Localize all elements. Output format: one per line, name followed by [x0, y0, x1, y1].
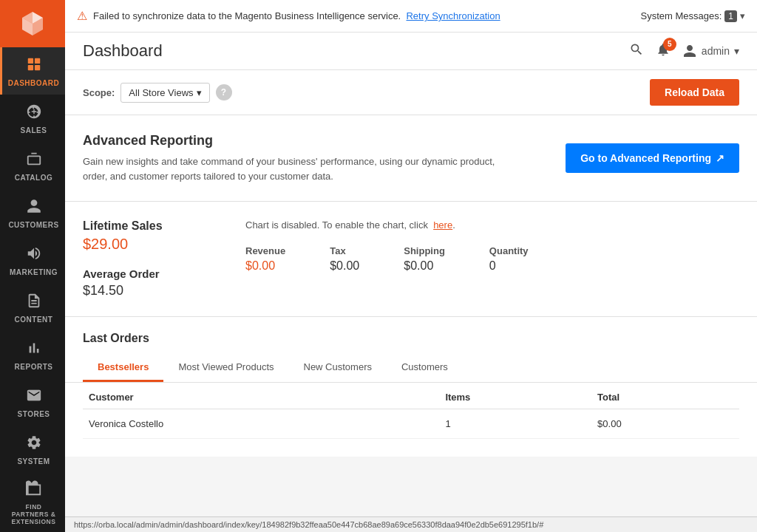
reload-data-button[interactable]: Reload Data	[650, 79, 739, 106]
user-chevron-icon: ▾	[734, 45, 739, 57]
notification-count: 5	[663, 38, 676, 51]
page-header: Dashboard 5 admin ▾	[65, 33, 757, 70]
orders-table: Customer Items Total Veronica Costello 1…	[83, 383, 739, 439]
col-total: Total	[591, 383, 739, 409]
warning-icon: ⚠	[77, 9, 87, 23]
svg-rect-7	[27, 65, 33, 70]
extensions-icon	[26, 480, 42, 500]
sidebar-item-catalog[interactable]: CATALOG	[0, 142, 65, 189]
svg-rect-8	[34, 65, 39, 70]
sidebar-item-label-sales: SALES	[21, 126, 47, 134]
order-customer: Veronica Costello	[83, 409, 439, 439]
sidebar-item-content[interactable]: CONTENT	[0, 284, 65, 331]
svg-rect-5	[27, 58, 33, 64]
sidebar-item-reports[interactable]: REPORTS	[0, 331, 65, 378]
sidebar: DASHBOARD SALES CATALOG CUSTOMERS MARKET…	[0, 0, 65, 532]
system-messages: System Messages: 1 ▾	[640, 10, 745, 22]
stats-right: Chart is disabled. To enable the chart, …	[245, 219, 739, 299]
last-orders-title: Last Orders	[65, 317, 757, 354]
average-order-value: $14.50	[83, 283, 216, 299]
sidebar-item-label-dashboard: DASHBOARD	[8, 79, 60, 87]
table-row: Veronica Costello 1 $0.00	[83, 409, 739, 439]
user-menu[interactable]: admin ▾	[682, 44, 739, 58]
revenue-quantity: Quantity 0	[489, 245, 529, 273]
revenue-tax: Tax $0.00	[330, 245, 359, 273]
revenue-revenue: Revenue $0.00	[245, 245, 285, 273]
status-url: https://orba.local/admin/admin/dashboard…	[74, 520, 543, 529]
advanced-reporting-description: Gain new insights and take command of yo…	[83, 154, 497, 183]
catalog-icon	[26, 151, 42, 171]
order-total: $0.00	[591, 409, 739, 439]
advanced-reporting-button-label: Go to Advanced Reporting	[580, 152, 711, 164]
reports-icon	[26, 340, 42, 360]
order-items: 1	[439, 409, 591, 439]
lifetime-sales-label: Lifetime Sales	[83, 219, 216, 233]
notifications-bell[interactable]: 5	[656, 42, 671, 61]
average-order-label: Average Order	[83, 267, 216, 280]
scope-bar: Scope: All Store Views ▾ ? Reload Data	[65, 70, 757, 115]
system-messages-chevron[interactable]: ▾	[740, 10, 745, 21]
header-actions: 5 admin ▾	[629, 42, 739, 61]
sidebar-item-stores[interactable]: STORES	[0, 378, 65, 426]
sidebar-item-label-content: CONTENT	[15, 316, 53, 324]
tab-new-customers[interactable]: New Customers	[289, 354, 387, 382]
status-bar: https://orba.local/admin/admin/dashboard…	[65, 516, 757, 532]
tab-most-viewed[interactable]: Most Viewed Products	[163, 354, 288, 382]
revenue-row: Revenue $0.00 Tax $0.00 Shipping $0.00 Q…	[245, 245, 739, 273]
sidebar-item-label-customers: CUSTOMERS	[8, 221, 58, 229]
page-content: Scope: All Store Views ▾ ? Reload Data A…	[65, 70, 757, 532]
scope-left: Scope: All Store Views ▾ ?	[83, 83, 232, 103]
content-icon	[26, 293, 42, 313]
main-area: ⚠ Failed to synchronize data to the Mage…	[65, 0, 757, 532]
sidebar-item-customers[interactable]: CUSTOMERS	[0, 189, 65, 236]
revenue-shipping: Shipping $0.00	[404, 245, 445, 273]
last-orders-section: Last Orders Bestsellers Most Viewed Prod…	[65, 317, 757, 457]
stats-section: Lifetime Sales $29.00 Average Order $14.…	[65, 202, 757, 317]
chart-enable-link[interactable]: here	[433, 219, 452, 231]
notification-bar: ⚠ Failed to synchronize data to the Mage…	[65, 0, 757, 33]
col-customer: Customer	[83, 383, 439, 409]
user-label: admin	[702, 45, 730, 57]
system-messages-count: 1	[724, 10, 737, 22]
scope-label: Scope:	[83, 87, 115, 98]
scope-selector[interactable]: All Store Views ▾	[120, 83, 209, 103]
sidebar-item-label-marketing: MARKETING	[10, 268, 58, 276]
advanced-reporting-title: Advanced Reporting	[83, 133, 497, 149]
advanced-reporting-text: Advanced Reporting Gain new insights and…	[83, 133, 497, 183]
go-to-advanced-reporting-button[interactable]: Go to Advanced Reporting ↗	[566, 143, 739, 173]
scope-chevron-icon: ▾	[197, 87, 202, 98]
sales-icon	[26, 103, 42, 123]
customers-icon	[26, 198, 42, 218]
external-link-icon: ↗	[716, 152, 724, 164]
magento-logo[interactable]	[0, 0, 65, 47]
sidebar-item-label-reports: REPORTS	[15, 363, 53, 371]
retry-link[interactable]: Retry Synchronization	[406, 10, 500, 21]
stats-left: Lifetime Sales $29.00 Average Order $14.…	[83, 219, 216, 299]
sidebar-item-marketing[interactable]: MARKETING	[0, 236, 65, 284]
sidebar-item-system[interactable]: SYSTEM	[0, 426, 65, 473]
svg-rect-6	[34, 58, 39, 64]
tab-customers[interactable]: Customers	[387, 354, 463, 382]
orders-table-area: Customer Items Total Veronica Costello 1…	[65, 383, 757, 439]
stores-icon	[26, 387, 42, 407]
sidebar-item-label-extensions: FIND PARTNERS & EXTENSIONS	[7, 503, 61, 526]
page-title: Dashboard	[83, 41, 163, 61]
chart-disabled-message: Chart is disabled. To enable the chart, …	[245, 219, 739, 231]
system-icon	[26, 434, 42, 454]
orders-table-header: Customer Items Total	[83, 383, 739, 409]
orders-table-body: Veronica Costello 1 $0.00	[83, 409, 739, 439]
sidebar-item-label-catalog: CATALOG	[15, 174, 52, 182]
search-icon[interactable]	[629, 42, 644, 61]
tab-bestsellers[interactable]: Bestsellers	[83, 354, 163, 382]
sidebar-item-label-stores: STORES	[18, 410, 50, 418]
scope-help-icon[interactable]: ?	[216, 84, 232, 100]
sidebar-item-dashboard[interactable]: DASHBOARD	[0, 47, 65, 95]
sidebar-item-extensions[interactable]: FIND PARTNERS & EXTENSIONS	[0, 473, 65, 532]
dashboard-icon	[26, 56, 42, 76]
sidebar-item-label-system: SYSTEM	[17, 457, 50, 466]
sidebar-item-sales[interactable]: SALES	[0, 95, 65, 142]
notification-message: Failed to synchronize data to the Magent…	[93, 10, 634, 21]
tabs-row: Bestsellers Most Viewed Products New Cus…	[65, 354, 757, 383]
lifetime-sales-value: $29.00	[83, 236, 216, 253]
scope-value: All Store Views	[129, 87, 193, 98]
